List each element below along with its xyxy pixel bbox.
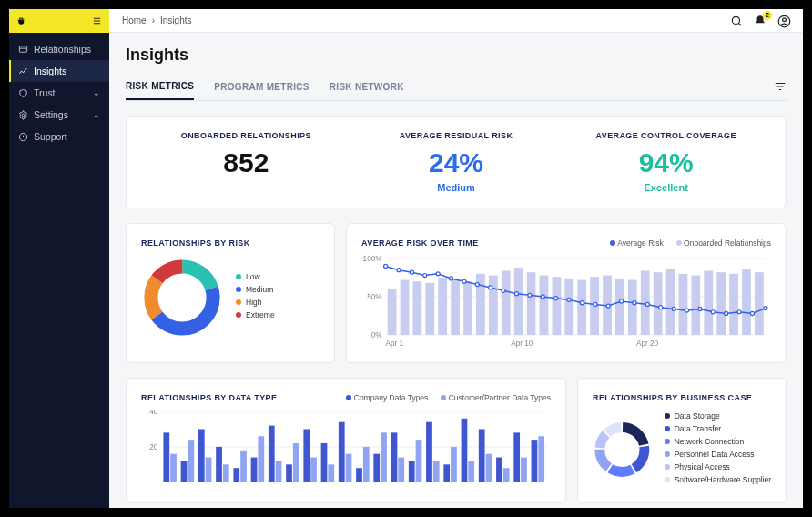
svg-rect-121 bbox=[496, 458, 502, 482]
svg-point-65 bbox=[633, 301, 636, 305]
sidebar-item-support[interactable]: Support bbox=[9, 126, 109, 147]
brand-bar bbox=[9, 9, 109, 33]
svg-rect-116 bbox=[451, 447, 457, 482]
svg-rect-35 bbox=[628, 280, 637, 335]
svg-rect-22 bbox=[463, 281, 472, 335]
svg-rect-125 bbox=[532, 440, 538, 482]
legend-item: Network Connection bbox=[665, 437, 771, 446]
legend-item: Company Data Types bbox=[346, 393, 428, 402]
svg-point-46 bbox=[384, 264, 388, 268]
svg-point-74 bbox=[750, 311, 754, 315]
svg-rect-37 bbox=[654, 272, 663, 335]
legend-item: Physical Access bbox=[665, 462, 771, 471]
svg-rect-44 bbox=[742, 269, 751, 335]
svg-point-48 bbox=[410, 270, 413, 274]
svg-rect-27 bbox=[527, 272, 536, 335]
svg-rect-92 bbox=[240, 451, 247, 482]
svg-rect-16 bbox=[388, 289, 397, 335]
risk-legend: LowMediumHighExtreme bbox=[236, 272, 275, 323]
kpi-label: AVERAGE CONTROL COVERAGE bbox=[561, 131, 771, 140]
relationships-by-risk-card: RELATIONSHIPS BY RISK LowMediumHighExtre… bbox=[126, 223, 335, 363]
legend-item: Customer/Partner Data Types bbox=[441, 393, 551, 402]
relationships-by-business-case-card: RELATIONSHIPS BY BUSINESS CASE Data Stor… bbox=[577, 378, 787, 503]
tab-program-metrics[interactable]: PROGRAM METRICS bbox=[214, 76, 310, 99]
nav: Relationships Insights Trust ⌄ Settings … bbox=[9, 33, 109, 147]
svg-rect-89 bbox=[216, 447, 222, 482]
sidebar-item-relationships[interactable]: Relationships bbox=[9, 38, 109, 60]
kpi-sub: Medium bbox=[351, 182, 562, 193]
svg-point-59 bbox=[554, 297, 558, 300]
legend-item: Data Transfer bbox=[665, 424, 771, 433]
svg-point-71 bbox=[711, 310, 715, 314]
svg-point-67 bbox=[659, 306, 663, 309]
svg-point-55 bbox=[502, 289, 505, 292]
svg-rect-19 bbox=[425, 283, 434, 335]
breadcrumb-home[interactable]: Home bbox=[122, 15, 147, 25]
notifications-icon[interactable]: 2 bbox=[754, 15, 766, 27]
svg-rect-88 bbox=[206, 458, 212, 482]
svg-rect-87 bbox=[198, 430, 205, 482]
svg-rect-86 bbox=[188, 440, 194, 482]
sidebar-item-label: Insights bbox=[34, 66, 66, 76]
kpi-value: 852 bbox=[141, 147, 351, 178]
svg-rect-0 bbox=[19, 46, 26, 51]
tab-risk-network[interactable]: RISK NETWORK bbox=[330, 76, 404, 99]
svg-rect-111 bbox=[409, 461, 415, 482]
svg-rect-114 bbox=[433, 461, 440, 482]
svg-point-75 bbox=[764, 307, 767, 310]
search-icon[interactable] bbox=[730, 15, 743, 27]
svg-point-3 bbox=[732, 16, 739, 24]
svg-rect-102 bbox=[328, 465, 334, 482]
svg-rect-107 bbox=[373, 454, 380, 482]
svg-point-61 bbox=[580, 301, 584, 305]
svg-rect-110 bbox=[398, 458, 404, 482]
svg-point-64 bbox=[620, 299, 624, 303]
svg-text:Apr 10: Apr 10 bbox=[511, 340, 533, 348]
sidebar-item-insights[interactable]: Insights bbox=[9, 60, 109, 82]
svg-point-73 bbox=[737, 310, 741, 314]
svg-point-1 bbox=[22, 114, 25, 117]
filter-icon[interactable] bbox=[774, 80, 787, 96]
svg-rect-99 bbox=[303, 430, 310, 482]
svg-point-60 bbox=[567, 298, 571, 301]
svg-rect-91 bbox=[233, 468, 239, 482]
svg-rect-31 bbox=[577, 280, 586, 335]
kpi-value: 24% bbox=[351, 147, 562, 178]
svg-rect-96 bbox=[276, 461, 282, 482]
chevron-down-icon: ⌄ bbox=[93, 88, 100, 97]
sidebar-item-label: Settings bbox=[34, 109, 68, 120]
svg-rect-24 bbox=[489, 276, 498, 335]
sidebar-item-label: Support bbox=[34, 131, 67, 142]
kpi-residual: AVERAGE RESIDUAL RISK 24% Medium bbox=[351, 131, 562, 193]
legend-item: Average Risk bbox=[610, 238, 663, 248]
svg-rect-40 bbox=[691, 276, 700, 335]
business-case-legend: Data StorageData TransferNetwork Connect… bbox=[665, 411, 771, 488]
legend-item: Medium bbox=[236, 285, 275, 294]
breadcrumb-current: Insights bbox=[160, 15, 191, 25]
sidebar-item-trust[interactable]: Trust ⌄ bbox=[9, 82, 109, 104]
svg-text:40: 40 bbox=[149, 410, 158, 416]
legend-item: Onboarded Relationships bbox=[676, 238, 771, 248]
svg-text:Apr 20: Apr 20 bbox=[636, 340, 659, 348]
tab-risk-metrics[interactable]: RISK METRICS bbox=[126, 76, 194, 100]
svg-point-72 bbox=[725, 311, 728, 315]
svg-rect-28 bbox=[540, 276, 549, 335]
content: Insights RISK METRICS PROGRAM METRICS RI… bbox=[109, 33, 803, 508]
account-icon[interactable] bbox=[777, 15, 790, 27]
risk-donut-chart bbox=[141, 257, 223, 339]
svg-rect-84 bbox=[170, 454, 177, 482]
svg-text:50%: 50% bbox=[367, 293, 381, 301]
svg-text:Apr 1: Apr 1 bbox=[386, 340, 404, 348]
main: Home › Insights 2 Insights RISK METRICS … bbox=[109, 9, 803, 508]
sidebar-item-settings[interactable]: Settings ⌄ bbox=[9, 104, 109, 126]
svg-rect-123 bbox=[513, 433, 520, 482]
brand-logo-icon bbox=[16, 16, 26, 26]
svg-rect-104 bbox=[346, 454, 352, 482]
svg-rect-42 bbox=[716, 272, 726, 335]
menu-collapse-icon[interactable] bbox=[92, 16, 102, 26]
svg-rect-45 bbox=[755, 272, 764, 335]
svg-rect-94 bbox=[258, 437, 264, 483]
kpi-label: ONBOARDED RELATIONSHIPS bbox=[141, 131, 351, 140]
svg-rect-17 bbox=[401, 280, 410, 335]
svg-point-68 bbox=[672, 307, 675, 310]
